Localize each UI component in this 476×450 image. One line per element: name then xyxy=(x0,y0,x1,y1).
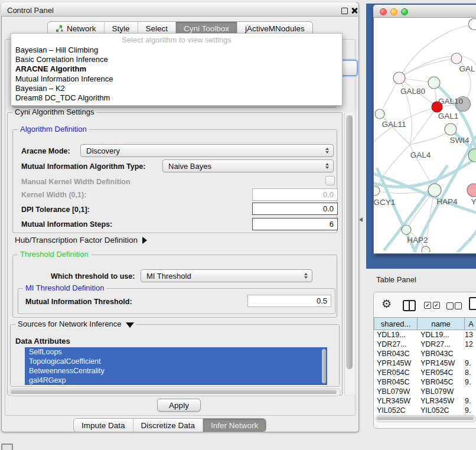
column-header[interactable]: shared... xyxy=(374,317,418,330)
network-node[interactable] xyxy=(469,19,476,30)
table-row[interactable]: YDR27...YDR27...12 xyxy=(374,340,476,349)
algorithm-option-selected[interactable]: ARACNE Algorithm xyxy=(11,64,342,74)
table-row[interactable]: YPR145WYPR145W9. xyxy=(374,358,476,368)
table-hscrollbar-thumb[interactable] xyxy=(377,416,474,420)
network-node[interactable] xyxy=(445,123,457,135)
document-icon[interactable] xyxy=(469,297,476,310)
tab-discretize-data-label: Discretize Data xyxy=(141,421,195,430)
table-cell: 8. xyxy=(462,368,476,377)
algorithm-option[interactable]: Bayesian – Hill Climbing xyxy=(11,45,342,55)
list-item[interactable]: gal4RGexp xyxy=(25,376,327,385)
tab-select-label: Select xyxy=(146,24,168,33)
settings-hscrollbar[interactable] xyxy=(9,389,341,396)
select-all-icon[interactable]: ✓ xyxy=(424,302,431,309)
which-threshold-label: Which threshold to use: xyxy=(51,272,135,281)
algorithm-option[interactable]: Bayesian – K2 xyxy=(11,84,342,93)
docked-panel-icon[interactable] xyxy=(1,444,13,450)
manual-kernel-checkbox[interactable] xyxy=(325,176,335,185)
settings-vscrollbar-thumb[interactable] xyxy=(346,115,353,369)
node-label: GAL1 xyxy=(438,112,459,120)
algorithm-option[interactable]: Mutual Information Inference xyxy=(11,74,342,84)
panel-splitter-handle[interactable] xyxy=(359,217,363,222)
tab-impute-data[interactable]: Impute Data xyxy=(74,419,133,432)
settings-hscrollbar-thumb[interactable] xyxy=(11,390,337,394)
table-row[interactable]: YDL19...YDL19...13 xyxy=(374,330,476,340)
column-header[interactable]: name xyxy=(418,317,465,330)
table-row[interactable]: YER054CYER054C8. xyxy=(374,368,476,377)
close-button[interactable] xyxy=(380,8,387,15)
network-node[interactable] xyxy=(402,225,411,234)
tab-discretize-data[interactable]: Discretize Data xyxy=(133,419,203,432)
network-node[interactable] xyxy=(393,72,405,84)
list-scrollbar[interactable] xyxy=(322,349,326,383)
minimize-button[interactable] xyxy=(390,8,397,15)
table-body[interactable]: YDL19...YDL19...13 YDR27...YDR27...12 YB… xyxy=(374,330,476,415)
deselect-all-icon[interactable] xyxy=(446,302,454,309)
table-row[interactable]: YLR345WYLR345W9. xyxy=(374,396,476,406)
collapse-arrow-icon[interactable] xyxy=(126,322,134,328)
network-node[interactable] xyxy=(428,77,440,89)
split-columns-icon[interactable] xyxy=(403,300,416,311)
network-canvas[interactable]: GAL GAL80 GAL10 GAL1 GAL11 SWI4 GAL4 GCY… xyxy=(374,18,476,252)
mi-threshold-field[interactable]: 0.5 xyxy=(247,295,331,307)
sources-legend-text: Sources for Network Inference xyxy=(18,319,122,328)
tab-style-label: Style xyxy=(112,24,130,33)
table-row[interactable]: YBR043CYBR043C xyxy=(374,349,476,358)
aracne-mode-combobox[interactable]: Discovery xyxy=(80,144,334,157)
threshold-definition-group: Threshold Definition Which threshold to … xyxy=(12,255,337,318)
table-hscrollbar[interactable] xyxy=(376,415,476,422)
kernel-width-field[interactable]: 0.0 xyxy=(252,188,338,201)
which-threshold-combobox[interactable]: MI Threshold xyxy=(141,269,312,282)
algorithm-definition-legend: Algorithm Definition xyxy=(18,125,89,134)
combo-spinner-icon xyxy=(325,148,329,154)
network-node[interactable] xyxy=(374,186,380,195)
table-row[interactable]: YIL052CYIL052C9. xyxy=(374,406,476,415)
node-label: HAP2 xyxy=(407,236,428,244)
table-cell: YDR27... xyxy=(374,340,418,349)
gear-icon[interactable]: ⚙ xyxy=(382,298,392,309)
node-label: GAL10 xyxy=(438,97,463,106)
network-node[interactable] xyxy=(375,109,384,119)
node-label: Y xyxy=(471,197,476,206)
table-cell: 12 xyxy=(462,340,476,349)
tab-impute-data-label: Impute Data xyxy=(81,421,125,430)
table-row[interactable]: YBR045CYBR045C9. xyxy=(374,377,476,387)
dpi-tolerance-value: 0.0 xyxy=(323,204,334,213)
close-icon[interactable] xyxy=(351,7,357,14)
combo-spinner-icon xyxy=(325,163,329,169)
table-row[interactable]: YBL079WYBL079W xyxy=(374,387,476,396)
dpi-tolerance-field[interactable]: 0.0 xyxy=(252,203,338,215)
table-cell: YPR145W xyxy=(418,358,462,368)
network-node[interactable] xyxy=(428,184,441,197)
data-attributes-list[interactable]: SelfLoops TopologicalCoefficient Between… xyxy=(25,347,327,386)
expand-arrow-icon[interactable] xyxy=(142,237,147,244)
select-all-icon[interactable]: ✓ xyxy=(433,302,440,309)
mi-type-combobox[interactable]: Naive Bayes xyxy=(162,159,334,172)
aracne-mode-label: Aracne Mode: xyxy=(21,147,70,155)
network-node[interactable] xyxy=(422,246,430,252)
table-cell xyxy=(462,387,476,396)
table-header-row: shared... name A xyxy=(374,317,476,330)
algorithm-option[interactable]: Dream8 DC_TDC Algorithm xyxy=(11,93,342,103)
algorithm-option[interactable]: Basic Correlation Inference xyxy=(11,55,342,64)
settings-vscrollbar[interactable] xyxy=(344,113,356,394)
list-item[interactable]: BetweennessCentrality xyxy=(25,366,327,376)
mi-steps-field[interactable]: 6 xyxy=(252,218,338,230)
network-node[interactable] xyxy=(451,53,462,64)
tab-cyni-toolbox-label: Cyni Toolbox xyxy=(184,24,229,33)
network-window-titlebar[interactable] xyxy=(373,5,476,18)
zoom-button[interactable] xyxy=(401,8,408,15)
apply-button[interactable]: Apply xyxy=(157,399,201,412)
column-header[interactable]: A xyxy=(465,317,476,330)
list-item[interactable]: SelfLoops xyxy=(25,347,327,357)
focused-combo-fragment[interactable] xyxy=(340,60,358,76)
network-node[interactable] xyxy=(467,184,476,197)
node-label: HAP4 xyxy=(436,197,458,206)
deselect-all-icon[interactable] xyxy=(455,302,462,309)
list-item[interactable]: TopologicalCoefficient xyxy=(25,357,327,366)
float-window-icon[interactable] xyxy=(341,8,348,14)
hub-tf-definition-toggle[interactable]: Hub/Transcription Factor Definition xyxy=(15,236,147,244)
table-cell: YIL052C xyxy=(418,406,462,415)
tab-infer-network[interactable]: Infer Network xyxy=(203,419,266,432)
table-cell: YBR043C xyxy=(418,349,462,358)
